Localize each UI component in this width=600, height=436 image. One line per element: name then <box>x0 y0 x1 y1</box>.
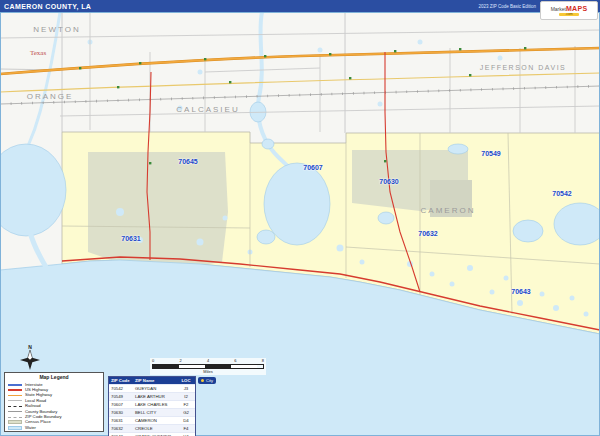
table-row: 70643GRAND CHENIERH4 <box>109 432 195 436</box>
table-row: 70631CAMEROND4 <box>109 416 195 424</box>
publisher-logo: MarketMAPS .com <box>540 1 598 20</box>
compass-star-icon <box>20 350 40 370</box>
logo-text: MarketMAPS <box>551 5 588 12</box>
state-label-texas: Texas <box>30 49 46 57</box>
zip-label-70549: 70549 <box>481 150 500 157</box>
table-row: 70542GUEYDANJ3 <box>109 384 195 392</box>
census-place-swatch-icon <box>8 420 22 424</box>
zip-label-70542: 70542 <box>552 190 571 197</box>
zip-label-70607: 70607 <box>303 164 322 171</box>
county-label-calcasieu: CALCASIEU <box>176 105 239 114</box>
map-legend: Map Legend Interstate US Highway State H… <box>4 372 104 432</box>
zip-label-70630: 70630 <box>379 178 398 185</box>
scale-unit-label: Miles <box>152 370 264 374</box>
scale-ticks: 0 2 4 6 8 <box>152 359 264 363</box>
zip-label-70643: 70643 <box>511 288 530 295</box>
table-row: 70549LAKE ARTHURI2 <box>109 392 195 400</box>
local-road-line-icon <box>8 400 22 401</box>
title-bar: CAMERON COUNTY, LA 2023 ZIP Code Basic E… <box>0 0 600 12</box>
page-title: CAMERON COUNTY, LA <box>0 3 91 10</box>
compass-rose: N <box>20 344 40 370</box>
us-highway-line-icon <box>8 389 22 391</box>
logo-tagline: .com <box>559 13 579 17</box>
county-label-orange: ORANGE <box>27 92 74 101</box>
railroad-line-icon <box>8 406 22 407</box>
map-page: CAMERON COUNTY, LA 2023 ZIP Code Basic E… <box>0 0 600 436</box>
table-row: 70632CREOLEF4 <box>109 424 195 432</box>
city-dot-icon <box>201 379 204 382</box>
zip-label-70631: 70631 <box>121 235 140 242</box>
county-label-newton: NEWTON <box>33 25 80 34</box>
zip-code-index-table: ZIP Code ZIP Name LOC 70542GUEYDANJ3 705… <box>108 376 196 436</box>
zip-boundary-line-icon <box>8 417 22 418</box>
legend-title: Map Legend <box>8 375 100 380</box>
zip-table-header: ZIP Code ZIP Name LOC <box>109 377 195 384</box>
scale-bar: 0 2 4 6 8 Miles <box>150 358 266 375</box>
city-key-label: City <box>206 378 213 383</box>
zip-label-70645: 70645 <box>178 158 197 165</box>
county-label-cameron: CAMERON <box>421 206 476 215</box>
table-row: 70630BELL CITYG2 <box>109 408 195 416</box>
calcasieu-lake <box>264 163 330 245</box>
grand-lake <box>513 220 543 242</box>
interstate-line-icon <box>8 384 22 386</box>
state-highway-line-icon <box>8 395 22 397</box>
legend-item-water: Water <box>8 425 100 430</box>
water-swatch-icon <box>8 426 22 430</box>
county-boundary-line-icon <box>8 411 22 413</box>
city-marker-key: City <box>198 377 216 384</box>
table-row: 70607LAKE CHARLESF2 <box>109 400 195 408</box>
zip-label-70632: 70632 <box>418 230 437 237</box>
county-label-jefferson-davis: JEFFERSON DAVIS <box>480 64 567 71</box>
